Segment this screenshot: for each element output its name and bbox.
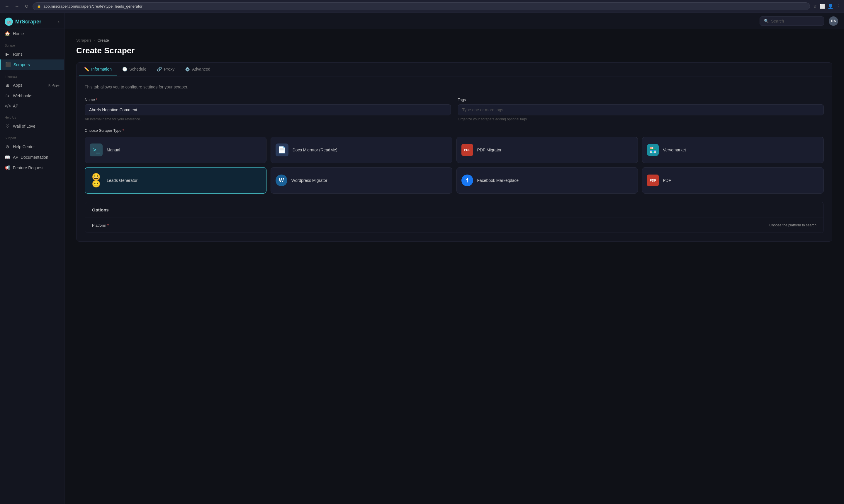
tab-advanced[interactable]: ⚙️ Advanced [180, 63, 216, 76]
sidebar-item-webhooks[interactable]: ⌲ Webhooks [0, 90, 64, 101]
search-box[interactable]: 🔍 Search [760, 16, 824, 26]
scrape-section-label: Scrape [0, 39, 64, 49]
pdf-migrator-icon: PDF [461, 144, 473, 156]
tab-information[interactable]: ✏️ Information [79, 63, 117, 76]
options-section: Options Platform * Choose the platform t… [85, 202, 824, 233]
url-text: app.mrscraper.com/scrapers/create?type=l… [44, 4, 142, 8]
facebook-icon: f [461, 175, 473, 186]
wordpress-icon: W [276, 175, 287, 186]
book-icon: 📖 [5, 155, 10, 160]
advanced-tab-icon: ⚙️ [185, 67, 190, 71]
platform-label-group: Platform * [92, 222, 109, 228]
main-content: Scrapers › Create Create Scraper ✏️ Info… [65, 29, 844, 504]
refresh-button[interactable]: ↻ [23, 2, 30, 10]
sidebar-item-api[interactable]: </> API [0, 101, 64, 111]
docs-name: Docs Migrator (ReadMe) [293, 148, 338, 152]
scraper-card-manual[interactable]: >_ Manual [85, 137, 266, 163]
avatar[interactable]: DA [829, 16, 838, 26]
name-label: Name * [85, 97, 451, 102]
tags-input[interactable] [458, 104, 824, 115]
account-icon[interactable]: 👤 [828, 3, 833, 9]
tab-proxy[interactable]: 🔗 Proxy [152, 63, 180, 76]
facebook-name: Facebook Marketplace [477, 178, 519, 183]
sidebar-item-feature-request[interactable]: 📢 Feature Request [0, 163, 64, 173]
breadcrumb-separator: › [94, 38, 95, 42]
scraper-card-pdf[interactable]: PDF PDF [642, 167, 824, 194]
sidebar: 🤖 MrScraper ‹ 🏠 Home Scrape ▶ Runs ⬛ Scr… [0, 13, 65, 504]
api-docs-label: API Documentation [13, 155, 48, 160]
information-tab-icon: ✏️ [84, 67, 89, 71]
forward-button[interactable]: → [14, 3, 20, 10]
runs-icon: ▶ [5, 52, 10, 57]
back-button[interactable]: ← [3, 3, 11, 10]
tabs-bar: ✏️ Information 🕐 Schedule 🔗 Proxy ⚙️ Adv… [76, 63, 832, 76]
api-label: API [13, 104, 20, 108]
proxy-tab-label: Proxy [164, 67, 174, 71]
scraper-card-facebook-marketplace[interactable]: f Facebook Marketplace [457, 167, 638, 194]
scraper-card-wordpress-migrator[interactable]: W Wordpress Migrator [271, 167, 452, 194]
schedule-tab-label: Schedule [129, 67, 146, 71]
tags-helper: Organize your scrapers adding optional t… [458, 117, 824, 121]
scraper-card-leads-generator[interactable]: 😀😐 Leads Generator [85, 167, 266, 194]
api-icon: </> [5, 103, 10, 108]
logo-icon: 🤖 [5, 18, 13, 26]
browser-chrome: ← → ↻ 🔒 app.mrscraper.com/scrapers/creat… [0, 0, 844, 13]
search-icon: 🔍 [764, 19, 769, 23]
scraper-card-vervemarket[interactable]: 🏪 Vervemarket [642, 137, 824, 163]
star-icon[interactable]: ☆ [813, 3, 817, 9]
apps-label: Apps [13, 83, 22, 88]
sidebar-item-wall-of-love[interactable]: ♡ Wall of Love [0, 121, 64, 131]
webhooks-label: Webhooks [13, 93, 32, 98]
sidebar-item-scrapers[interactable]: ⬛ Scrapers [0, 59, 64, 70]
name-input[interactable] [85, 104, 451, 115]
options-row-platform: Platform * Choose the platform to search [85, 218, 824, 233]
logo-text: MrScraper [15, 19, 41, 25]
feature-request-label: Feature Request [13, 165, 44, 170]
app-layout: 🤖 MrScraper ‹ 🏠 Home Scrape ▶ Runs ⬛ Scr… [0, 13, 844, 504]
sidebar-collapse-button[interactable]: ‹ [58, 19, 59, 24]
advanced-tab-label: Advanced [192, 67, 210, 71]
verve-name: Vervemarket [663, 148, 686, 152]
scraper-card-docs-migrator[interactable]: 📄 Docs Migrator (ReadMe) [271, 137, 452, 163]
sidebar-header: 🤖 MrScraper ‹ [0, 13, 64, 29]
scrapers-icon: ⬛ [5, 62, 11, 67]
breadcrumb-current: Create [97, 38, 109, 42]
sidebar-item-home[interactable]: 🏠 Home [0, 29, 64, 39]
tab-description: This tab allows you to configure setting… [85, 85, 824, 89]
wordpress-name: Wordpress Migrator [291, 178, 327, 183]
address-bar[interactable]: 🔒 app.mrscraper.com/scrapers/create?type… [33, 2, 810, 10]
lock-icon: 🔒 [37, 4, 41, 8]
menu-icon[interactable]: ⋮ [836, 3, 841, 9]
logo[interactable]: 🤖 MrScraper [5, 18, 41, 26]
tab-schedule[interactable]: 🕐 Schedule [117, 63, 152, 76]
breadcrumb-parent[interactable]: Scrapers [76, 38, 91, 42]
leads-name: Leads Generator [107, 178, 137, 183]
options-header: Options [85, 202, 824, 218]
scraper-card-pdf-migrator[interactable]: PDF PDF Migrator [457, 137, 638, 163]
sidebar-item-runs[interactable]: ▶ Runs [0, 49, 64, 59]
support-section-label: Support [0, 131, 64, 141]
webhooks-icon: ⌲ [5, 93, 10, 98]
leads-icon: 😀😐 [90, 174, 103, 187]
form-group-tags: Tags Organize your scrapers adding optio… [458, 97, 824, 121]
pdf-migrator-name: PDF Migrator [477, 148, 502, 152]
integrate-section-label: Integrate [0, 70, 64, 80]
scraper-type-grid: >_ Manual 📄 Docs Migrator (ReadMe) PDF P… [85, 137, 824, 194]
heart-icon: ♡ [5, 124, 10, 129]
extensions-icon[interactable]: ⬜ [820, 3, 825, 9]
scrapers-label: Scrapers [14, 62, 30, 67]
schedule-tab-icon: 🕐 [122, 67, 127, 71]
megaphone-icon: 📢 [5, 165, 10, 170]
sidebar-item-api-docs[interactable]: 📖 API Documentation [0, 152, 64, 163]
manual-icon: >_ [90, 144, 103, 156]
apps-icon: ⊞ [5, 83, 10, 88]
form-group-name: Name * An internal name for your referen… [85, 97, 451, 121]
pdf-name: PDF [663, 178, 671, 183]
docs-icon: 📄 [276, 144, 289, 156]
sidebar-item-help-center[interactable]: ⊙ Help Center [0, 141, 64, 152]
proxy-tab-icon: 🔗 [157, 67, 162, 71]
sidebar-item-apps[interactable]: ⊞ Apps 88 Apps [0, 80, 64, 90]
tags-label: Tags [458, 97, 824, 102]
runs-label: Runs [13, 52, 22, 56]
pdf-icon: PDF [647, 175, 659, 186]
